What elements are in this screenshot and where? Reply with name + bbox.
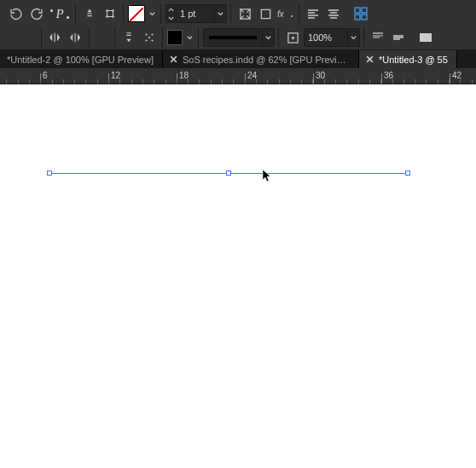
ruler-tick-minor	[18, 79, 19, 84]
flip-vertical-icon[interactable]	[67, 28, 85, 47]
stroke-swatch-menu[interactable]	[184, 28, 194, 47]
ruler-tick-minor	[85, 79, 86, 84]
ruler-tick-minor	[177, 79, 177, 84]
group-stroke-style	[200, 26, 278, 49]
document-tab-label: SoS recipes.indd @ 62% [GPU Preview]	[183, 55, 350, 65]
stroke-weight-stepper[interactable]	[166, 5, 177, 22]
text-wrap-none-icon[interactable]	[256, 4, 275, 23]
select-container-icon[interactable]	[80, 4, 99, 23]
svg-rect-11	[362, 14, 367, 20]
svg-point-15	[151, 39, 153, 41]
svg-text:fx: fx	[277, 9, 285, 19]
group-stroke-swatch	[164, 26, 198, 49]
svg-point-16	[148, 37, 150, 38]
constrain-frame-icon[interactable]	[119, 28, 138, 47]
ruler-tick-minor	[199, 79, 200, 84]
svg-rect-9	[362, 8, 367, 13]
ruler-tick-minor	[279, 79, 280, 84]
horizontal-ruler[interactable]: 6121824303642	[0, 68, 476, 84]
document-tab-label: *Untitled-2 @ 100% [GPU Preview]	[7, 55, 154, 65]
selection-handle[interactable]	[226, 170, 231, 176]
svg-point-13	[151, 33, 153, 35]
stroke-weight-input[interactable]	[177, 9, 214, 19]
rotate-cw-icon[interactable]	[27, 4, 46, 23]
ruler-tick-minor	[40, 79, 41, 84]
stroke-swatch-icon[interactable]	[167, 30, 183, 45]
columns-icon[interactable]	[416, 28, 435, 47]
ruler-tick-minor	[460, 79, 461, 84]
ruler-tick-minor	[403, 79, 404, 84]
ruler-tick-minor	[154, 79, 154, 84]
ruler-tick-minor	[52, 79, 53, 84]
rotate-ccw-icon[interactable]	[7, 4, 26, 23]
ruler-tick-minor	[256, 79, 257, 84]
group-vert-align	[365, 26, 411, 49]
close-icon[interactable]	[366, 55, 374, 63]
fill-swatch-icon[interactable]	[128, 5, 145, 22]
stroke-style-menu[interactable]	[262, 29, 274, 46]
document-tab[interactable]: SoS recipes.indd @ 62% [GPU Preview]	[163, 50, 359, 68]
group-rotate: P	[3, 2, 75, 26]
stroke-style-dropdown[interactable]	[203, 28, 275, 47]
ruler-tick-minor	[29, 79, 30, 84]
selection-handle[interactable]	[405, 170, 410, 176]
document-tab-label: *Untitled-3 @ 55	[379, 55, 448, 65]
ruler-tick-minor	[472, 79, 473, 84]
group-spacer-left	[3, 26, 41, 49]
fill-swatch-menu[interactable]	[147, 4, 157, 23]
ruler-tick-minor	[369, 79, 370, 84]
group-para-align	[300, 2, 346, 26]
svg-rect-5	[261, 9, 270, 18]
autofit-icon[interactable]	[140, 28, 159, 47]
ruler-tick-minor	[290, 79, 291, 84]
group-select-content	[77, 2, 123, 26]
corner-options-icon[interactable]	[235, 4, 254, 23]
zoom-field[interactable]	[304, 28, 360, 47]
zoom-menu[interactable]	[347, 29, 359, 46]
select-content-icon[interactable]	[101, 4, 119, 23]
control-panel-row-2	[0, 26, 476, 49]
vertical-align-top-icon[interactable]	[369, 28, 387, 47]
paragraph-ornament-icon[interactable]: P	[48, 4, 72, 23]
ruler-tick-minor	[324, 79, 325, 84]
svg-point-14	[145, 39, 147, 41]
stroke-weight-field[interactable]	[165, 4, 227, 23]
ruler-tick-minor	[233, 79, 234, 84]
group-columns	[413, 26, 438, 49]
ruler-tick-minor	[165, 79, 166, 84]
document-tab[interactable]: *Untitled-2 @ 100% [GPU Preview]	[0, 50, 163, 68]
cursor-arrow-icon	[262, 169, 274, 184]
paragraph-align-left-icon[interactable]	[304, 4, 322, 23]
control-panel: P	[0, 0, 476, 50]
effects-fx-icon[interactable]: fx	[276, 4, 295, 23]
vertical-align-center-icon[interactable]	[389, 28, 408, 47]
zoom-input[interactable]	[305, 32, 347, 43]
ruler-tick-minor	[211, 79, 212, 84]
group-constrain	[116, 26, 162, 49]
ruler-tick-minor	[97, 79, 98, 84]
control-panel-row-1: P	[0, 2, 476, 26]
svg-rect-8	[355, 8, 360, 13]
ruler-tick-minor	[108, 79, 109, 84]
selection-handle[interactable]	[47, 170, 52, 176]
ruler-tick-minor	[301, 79, 302, 84]
group-p-spacer	[90, 26, 114, 49]
group-frame-grid	[348, 2, 374, 26]
close-icon[interactable]	[170, 55, 177, 63]
ruler-label: 6	[43, 71, 48, 80]
paragraph-align-center-icon[interactable]	[324, 4, 343, 23]
flip-horizontal-icon[interactable]	[46, 28, 65, 47]
fit-content-icon[interactable]	[283, 28, 302, 47]
ruler-tick-minor	[119, 79, 120, 84]
group-stroke-weight	[162, 2, 230, 26]
ruler-tick-minor	[392, 79, 393, 84]
stroke-weight-menu[interactable]	[214, 5, 226, 22]
document-tab[interactable]: *Untitled-3 @ 55	[359, 50, 457, 68]
ruler-tick-minor	[449, 79, 450, 84]
ruler-tick-minor	[6, 79, 7, 84]
ruler-tick-minor	[312, 79, 313, 84]
svg-point-7	[291, 15, 293, 17]
frame-grid-icon[interactable]	[351, 4, 370, 23]
ruler-tick-minor	[131, 79, 132, 84]
document-canvas[interactable]	[0, 84, 476, 459]
